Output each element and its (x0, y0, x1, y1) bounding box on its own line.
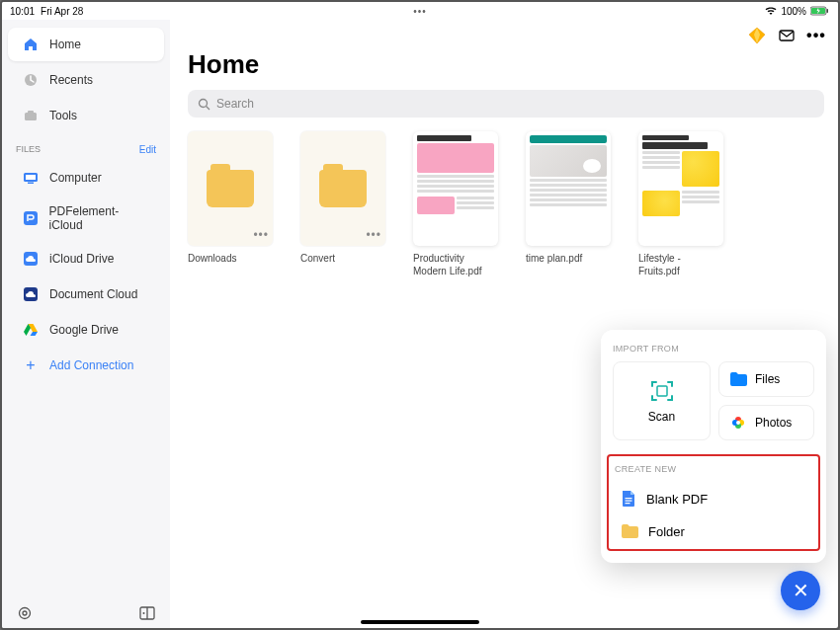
sidebar-item-label: PDFelement-iCloud (49, 204, 150, 232)
svg-rect-28 (626, 503, 630, 504)
layout-icon[interactable] (138, 604, 156, 622)
sidebar-item-label: Google Drive (49, 323, 119, 337)
add-popup: IMPORT FROM Scan Files Photos CREATE NEW… (601, 330, 826, 563)
create-blank-pdf-label: Blank PDF (646, 492, 708, 507)
status-bar: 10:01 Fri Apr 28 ••• 100% (2, 2, 838, 20)
sidebar-loc-computer[interactable]: Computer (8, 161, 164, 195)
status-date: Fri Apr 28 (41, 6, 83, 17)
svg-point-25 (736, 421, 740, 425)
svg-line-19 (207, 106, 210, 110)
sidebar-item-label: Tools (49, 109, 77, 122)
icloud-icon (22, 250, 40, 268)
folder-icon (621, 523, 638, 539)
home-icon (22, 36, 40, 53)
settings-icon[interactable] (16, 604, 34, 622)
import-scan-label: Scan (648, 410, 675, 424)
svg-rect-2 (827, 9, 829, 13)
sidebar-loc-google-drive[interactable]: Google Drive (8, 313, 164, 347)
import-files[interactable]: Files (718, 361, 814, 397)
sidebar-loc-pdfelement-icloud[interactable]: PDFelement-iCloud (8, 197, 164, 240)
import-files-label: Files (755, 372, 780, 386)
sidebar-loc-icloud-drive[interactable]: iCloud Drive (8, 242, 164, 276)
folder-icon (319, 170, 367, 207)
import-scan[interactable]: Scan (613, 361, 711, 440)
svg-point-14 (23, 611, 27, 615)
file-tile[interactable]: Lifestyle - Fruits.pdf (638, 131, 723, 277)
file-name: Downloads (188, 252, 273, 265)
import-from-label: IMPORT FROM (613, 344, 814, 354)
doccloud-icon (22, 285, 40, 303)
file-name: Convert (300, 252, 385, 265)
file-grid: •••Downloads•••ConvertProductivity Moder… (188, 131, 824, 277)
more-icon[interactable]: ••• (366, 228, 381, 242)
create-folder[interactable]: Folder (615, 515, 812, 547)
sidebar-item-label: Recents (49, 73, 93, 87)
photos-icon (729, 414, 747, 432)
page-title: Home (188, 49, 824, 80)
svg-rect-10 (24, 211, 38, 225)
svg-rect-8 (26, 175, 36, 180)
sidebar: HomeRecentsTools FILES Edit ComputerPDFe… (2, 20, 170, 628)
svg-rect-5 (25, 113, 37, 120)
wifi-icon (765, 6, 777, 16)
file-tile[interactable]: time plan.pdf (526, 131, 611, 277)
document-icon (621, 490, 636, 508)
add-connection[interactable]: + Add Connection (8, 349, 164, 382)
clock-icon (22, 71, 40, 89)
computer-icon (22, 169, 40, 187)
sidebar-item-recents[interactable]: Recents (8, 63, 164, 97)
svg-point-13 (20, 608, 31, 619)
document-thumb (638, 131, 723, 246)
multitask-dots[interactable]: ••• (413, 6, 427, 17)
create-new-label: CREATE NEW (615, 464, 812, 474)
search-icon (198, 98, 210, 111)
files-header: FILES Edit (2, 134, 170, 159)
file-name: Lifestyle - Fruits.pdf (638, 252, 723, 277)
import-photos-label: Photos (755, 416, 792, 430)
sidebar-item-tools[interactable]: Tools (8, 99, 164, 132)
sidebar-item-label: Computer (49, 171, 102, 185)
more-icon[interactable]: ••• (253, 228, 269, 242)
folder-thumb: ••• (188, 131, 273, 246)
folder-icon (207, 170, 254, 207)
files-edit-link[interactable]: Edit (139, 144, 156, 155)
svg-point-18 (200, 99, 208, 107)
svg-rect-26 (626, 498, 632, 499)
svg-point-17 (143, 612, 145, 614)
fab-close[interactable]: ✕ (781, 571, 820, 610)
svg-rect-27 (626, 501, 632, 502)
create-folder-label: Folder (648, 524, 685, 539)
file-tile[interactable]: Productivity Modern Life.pdf (413, 131, 498, 277)
file-tile[interactable]: •••Downloads (188, 131, 273, 277)
tools-icon (22, 107, 40, 124)
battery-pct: 100% (781, 6, 806, 17)
files-header-label: FILES (16, 144, 41, 155)
sidebar-item-label: Home (49, 38, 81, 51)
file-tile[interactable]: •••Convert (300, 131, 385, 277)
scan-icon (649, 378, 675, 404)
svg-rect-20 (657, 386, 667, 396)
sidebar-item-label: Document Cloud (49, 287, 137, 301)
create-blank-pdf[interactable]: Blank PDF (615, 482, 812, 515)
sidebar-item-label: iCloud Drive (49, 252, 114, 266)
battery-icon (810, 6, 830, 16)
home-indicator[interactable] (361, 620, 479, 624)
close-icon: ✕ (793, 579, 809, 602)
sidebar-item-home[interactable]: Home (8, 28, 164, 61)
gdrive-icon (22, 321, 40, 339)
pdfelement-icon (22, 209, 40, 227)
add-connection-label: Add Connection (49, 358, 133, 372)
file-name: time plan.pdf (526, 252, 611, 265)
create-new-section: CREATE NEW Blank PDF Folder (607, 454, 820, 551)
status-time: 10:01 (10, 6, 35, 17)
search-input[interactable]: Search (188, 90, 824, 118)
document-thumb (526, 131, 611, 246)
import-photos[interactable]: Photos (718, 405, 814, 440)
sidebar-loc-document-cloud[interactable]: Document Cloud (8, 277, 164, 311)
files-icon (729, 371, 747, 387)
search-placeholder: Search (216, 97, 254, 111)
folder-thumb: ••• (300, 131, 385, 246)
svg-rect-6 (28, 111, 34, 114)
plus-icon: + (22, 356, 40, 374)
svg-rect-9 (28, 183, 34, 185)
